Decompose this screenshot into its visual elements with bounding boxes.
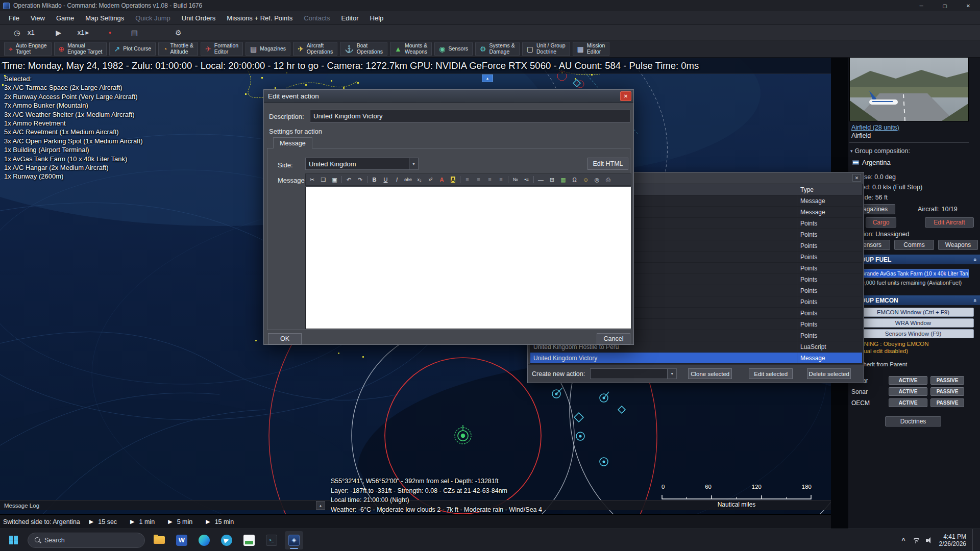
emcon-passive-button[interactable]: PASSIVE (930, 376, 964, 385)
toolbar-button[interactable]: ⌖ Auto Engage Target (4, 42, 52, 56)
maximize-icon[interactable]: ▢ (933, 0, 957, 11)
toolbar-button[interactable]: ⚓ Boat Operations (340, 42, 387, 56)
writer-icon[interactable] (240, 531, 258, 549)
time-step-button[interactable]: ▶ 15 min (206, 518, 234, 525)
game-clock-icon[interactable]: ◷ (10, 27, 23, 38)
bullet-list-icon[interactable]: •≡ (521, 174, 532, 185)
emcon-window-button[interactable]: EMCON Window (Ctrl + F9) (852, 308, 974, 317)
new-action-type-select[interactable]: ▼ (590, 368, 677, 379)
menu-item[interactable]: Game (51, 14, 80, 22)
speaker-icon[interactable] (926, 537, 933, 543)
emcon-active-button[interactable]: ACTIVE (889, 376, 927, 385)
separator[interactable] (507, 174, 509, 185)
clone-selected-button[interactable]: Clone selected (688, 368, 732, 379)
cargo-button[interactable]: Cargo (866, 217, 896, 228)
menu-item[interactable]: Help (364, 14, 389, 22)
menu-item[interactable]: Map Settings (80, 14, 130, 22)
tray-chevron-icon[interactable]: ^ (902, 537, 905, 544)
message-textarea[interactable] (305, 187, 631, 329)
highlight-color-icon[interactable]: A (448, 174, 458, 185)
doctrines-button[interactable]: Doctrines (885, 416, 941, 427)
menu-item[interactable]: File (3, 14, 25, 22)
cancel-button[interactable]: Cancel (597, 333, 630, 344)
toolbar-button[interactable]: ◉ Sensors (434, 42, 473, 56)
align-justify-icon[interactable]: ≡ (496, 174, 506, 185)
separator[interactable] (340, 174, 343, 185)
group-emcon-header[interactable]: GROUP EMCON « (848, 295, 980, 305)
emcon-active-button[interactable]: ACTIVE (889, 398, 927, 407)
print-icon[interactable]: ⎙ (603, 174, 614, 185)
event-action-row[interactable]: United Kingdom Victory Message (530, 353, 862, 364)
fuel-tank-item[interactable]: Rio Grande AvGas Tank Farm (10 x 40k Lit… (849, 269, 969, 278)
edit-html-button[interactable]: Edit HTML (587, 158, 628, 170)
collapse-up-icon[interactable]: ▲ (482, 74, 493, 82)
toolbar-button[interactable]: ✈ Aircraft Operations (293, 42, 337, 56)
menu-item[interactable]: Editor (336, 14, 364, 22)
insert-symbol-icon[interactable]: Ω (569, 174, 580, 185)
record-icon[interactable]: ● (103, 27, 116, 38)
tray-clock[interactable]: 4:41 PM 2/26/2026 (939, 533, 966, 547)
separator[interactable] (532, 174, 535, 185)
subscript-icon[interactable]: x₂ (414, 174, 425, 185)
type-column-header[interactable]: Type (797, 184, 862, 195)
horizontal-rule-icon[interactable]: — (535, 174, 546, 185)
time-step-button[interactable]: ▶ 5 min (168, 518, 192, 525)
collapse-section-icon[interactable]: « (972, 298, 978, 302)
underline-icon[interactable]: U (380, 174, 391, 185)
dialog-titlebar[interactable]: Edit event action ✕ (264, 90, 633, 103)
strikethrough-icon[interactable]: abc (403, 174, 413, 185)
unit-link[interactable]: Airfield (28 units) (851, 124, 899, 131)
settings-gear-icon[interactable]: ⚙ (172, 27, 185, 38)
terminal-icon[interactable]: >_ (262, 531, 281, 549)
align-right-icon[interactable]: ≡ (484, 174, 495, 185)
close-icon[interactable]: ✕ (852, 174, 861, 182)
toolbar-button[interactable]: ▢ Unit / Group Doctrine (522, 42, 570, 56)
toolbar-button[interactable]: ⚙ Systems & Damage (475, 42, 520, 56)
emcon-passive-button[interactable]: PASSIVE (930, 398, 964, 407)
delete-selected-button[interactable]: Delete selected (807, 368, 851, 379)
edit-selected-button[interactable]: Edit selected (749, 368, 793, 379)
side-select[interactable]: United Kingdom ▼ (305, 158, 419, 170)
superscript-icon[interactable]: x² (425, 174, 436, 185)
insert-table-icon[interactable]: ⊞ (547, 174, 557, 185)
search-input[interactable] (44, 537, 126, 544)
toolbar-button[interactable]: ◔ Throttle & Altitude (158, 42, 198, 56)
edit-aircraft-button[interactable]: Edit Aircraft (925, 217, 974, 228)
toolbar-button[interactable]: ▦ Mission Editor (573, 42, 610, 56)
menu-item[interactable]: View (25, 14, 51, 22)
time-step-button[interactable]: ▶ 15 sec (89, 518, 117, 525)
cut-icon[interactable]: ✂ (307, 174, 317, 185)
close-icon[interactable]: ✕ (957, 0, 980, 11)
cmo-game-icon[interactable]: ◈ (285, 531, 303, 549)
undo-icon[interactable]: ↶ (344, 174, 354, 185)
separator[interactable] (459, 174, 461, 185)
find-icon[interactable]: ◎ (592, 174, 602, 185)
message-log-expand-icon[interactable]: ▲ (316, 501, 325, 510)
smiley-icon[interactable]: ☺ (580, 174, 591, 185)
paste-icon[interactable]: ▣ (329, 174, 340, 185)
menu-item[interactable]: Contacts (298, 14, 335, 22)
toolbar-button[interactable]: ▲ Mounts & Weapons (390, 42, 432, 56)
align-center-icon[interactable]: ≡ (473, 174, 484, 185)
group-fuel-header[interactable]: GROUP FUEL « (848, 255, 980, 264)
word-icon[interactable]: W (173, 531, 191, 549)
font-color-icon[interactable]: A (436, 174, 447, 185)
toolbar-button[interactable]: ▤ Magazines (246, 42, 290, 56)
play-small-icon[interactable]: ▶ (85, 30, 89, 35)
description-input[interactable] (310, 110, 630, 122)
insert-image-icon[interactable]: ▦ (558, 174, 569, 185)
unit-window-button[interactable]: Comms (894, 240, 934, 250)
group-composition-row[interactable]: ▾ Group composition: (850, 147, 910, 155)
align-left-icon[interactable]: ≡ (462, 174, 473, 185)
emcon-window-button[interactable]: WRA Window (852, 318, 974, 328)
unit-window-button[interactable]: Weapons (938, 240, 978, 250)
telegram-icon[interactable] (217, 531, 236, 549)
edge-icon[interactable] (195, 531, 213, 549)
menu-item[interactable]: Unit Orders (176, 14, 221, 22)
minimize-icon[interactable]: ─ (910, 0, 933, 11)
copy-icon[interactable]: ❏ (318, 174, 329, 185)
play-icon[interactable]: ▶ (52, 27, 65, 38)
close-icon[interactable]: ✕ (620, 91, 631, 101)
bold-icon[interactable]: B (369, 174, 380, 185)
emcon-active-button[interactable]: ACTIVE (889, 387, 927, 396)
